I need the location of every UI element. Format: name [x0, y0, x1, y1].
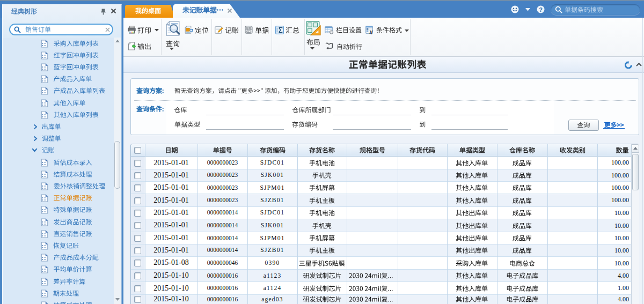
svg-text:If: If [369, 29, 373, 34]
svg-text:?: ? [539, 6, 543, 13]
